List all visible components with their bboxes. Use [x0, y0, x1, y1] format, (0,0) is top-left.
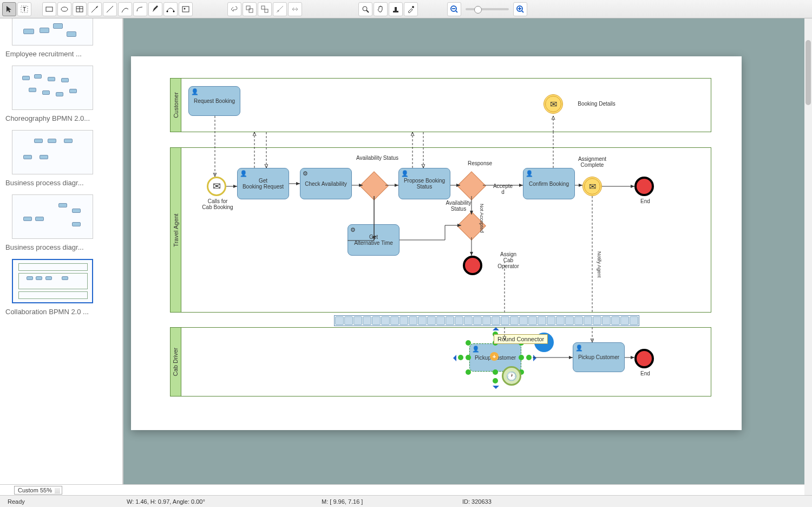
connect-handle[interactable]: [493, 378, 498, 384]
resize-handle[interactable]: [466, 355, 471, 360]
resize-handle[interactable]: [519, 355, 524, 360]
shape-option[interactable]: [400, 316, 408, 325]
connect-handle[interactable]: [526, 355, 532, 360]
task-confirm-booking[interactable]: 👤Confirm Booking: [523, 168, 575, 199]
shape-option[interactable]: [390, 316, 399, 325]
page-thumbnail-selected[interactable]: [12, 259, 93, 303]
resize-handle[interactable]: [493, 369, 498, 375]
shape-option[interactable]: [538, 316, 546, 325]
shape-option[interactable]: [574, 316, 583, 325]
ungroup-button[interactable]: [258, 2, 272, 16]
event-timer-boundary[interactable]: [502, 366, 521, 386]
tool-path[interactable]: [163, 2, 178, 16]
shape-option[interactable]: [353, 316, 362, 325]
event-assignment-complete[interactable]: [582, 177, 602, 196]
page-thumbnail[interactable]: [12, 194, 93, 239]
tool-select[interactable]: [2, 2, 16, 16]
shape-option[interactable]: [611, 316, 620, 325]
tool-text[interactable]: T: [17, 2, 31, 16]
zoom-slider[interactable]: [466, 8, 509, 10]
task-get-alternative[interactable]: ⚙Get Alternative Time: [348, 224, 400, 256]
shape-option[interactable]: [436, 316, 445, 325]
zoom-tool[interactable]: [358, 2, 372, 16]
svg-point-13: [184, 8, 186, 9]
shape-option[interactable]: [482, 316, 491, 325]
task-pickup-customer-2[interactable]: 👤Pickup Customer: [573, 342, 625, 372]
shape-option[interactable]: [565, 316, 574, 325]
shape-option[interactable]: [464, 316, 473, 325]
svg-rect-12: [182, 6, 189, 12]
shape-option[interactable]: [455, 316, 463, 325]
tool-line[interactable]: [103, 2, 117, 16]
rotate-handle[interactable]: +: [490, 352, 499, 361]
shape-option[interactable]: [602, 316, 611, 325]
svg-point-24: [412, 6, 414, 8]
shape-option[interactable]: [372, 316, 381, 325]
direction-handle[interactable]: [493, 386, 499, 392]
page-thumbnail[interactable]: [12, 130, 93, 174]
tool-rect[interactable]: [42, 2, 56, 16]
task-propose-booking[interactable]: 👤Propose Booking Status: [398, 168, 450, 199]
shape-option[interactable]: [528, 316, 537, 325]
event-booking-details[interactable]: [543, 94, 563, 114]
page-thumbnail[interactable]: [12, 18, 93, 46]
tool-table[interactable]: [73, 2, 87, 16]
tool-ellipse[interactable]: [57, 2, 71, 16]
vertical-scrollbar[interactable]: [804, 18, 812, 495]
shape-option[interactable]: [381, 316, 390, 325]
shape-option[interactable]: [363, 316, 371, 325]
task-check-availability[interactable]: ⚙Check Availability: [300, 168, 352, 199]
group-button[interactable]: [243, 2, 257, 16]
tool-curve[interactable]: [118, 2, 132, 16]
svg-rect-2: [46, 7, 53, 11]
shape-option[interactable]: [473, 316, 482, 325]
undo-button[interactable]: [227, 2, 241, 16]
event-calls-for-cab[interactable]: [207, 177, 226, 196]
zoom-out-button[interactable]: [447, 2, 461, 16]
shape-option[interactable]: [446, 316, 454, 325]
tool-connector[interactable]: [88, 2, 102, 16]
tool-arc[interactable]: [133, 2, 147, 16]
zoom-combo[interactable]: Custom 55%: [14, 486, 62, 495]
pan-tool[interactable]: [374, 2, 388, 16]
event-end-na[interactable]: [463, 256, 482, 275]
tool-image[interactable]: [179, 2, 193, 16]
task-request-booking[interactable]: 👤Request Booking: [188, 86, 240, 116]
resize-handle[interactable]: [466, 340, 471, 346]
shape-option[interactable]: [335, 316, 344, 325]
stamp-tool[interactable]: [389, 2, 403, 16]
shape-option[interactable]: [510, 316, 519, 325]
event-end-2[interactable]: [634, 349, 654, 368]
tool-pen[interactable]: [148, 2, 162, 16]
pool-cab-driver[interactable]: Cab Driver: [170, 327, 711, 396]
shape-option[interactable]: [556, 316, 565, 325]
resize-handle[interactable]: [466, 369, 471, 375]
shape-option[interactable]: [593, 316, 601, 325]
shape-option[interactable]: [427, 316, 436, 325]
canvas[interactable]: Customer 👤Request Booking Booking Detail…: [123, 18, 812, 484]
zoom-in-button[interactable]: [513, 2, 527, 16]
shape-option[interactable]: [501, 316, 509, 325]
eyedropper-tool[interactable]: [404, 2, 418, 16]
task-get-booking-request[interactable]: 👤Get Booking Request: [237, 168, 289, 199]
shape-option[interactable]: [620, 316, 629, 325]
shape-option[interactable]: [344, 316, 353, 325]
shape-option[interactable]: [630, 316, 638, 325]
user-icon: 👤: [472, 346, 480, 353]
shape-option[interactable]: [492, 316, 500, 325]
align-button[interactable]: [273, 2, 287, 16]
shape-option[interactable]: [418, 316, 427, 325]
distribute-button[interactable]: [288, 2, 302, 16]
connect-handle[interactable]: [458, 355, 463, 360]
page-thumbnail[interactable]: [12, 66, 93, 110]
shape-option[interactable]: [584, 316, 592, 325]
event-end-1[interactable]: [634, 177, 654, 196]
shape-option[interactable]: [519, 316, 528, 325]
thumbnail-label: Choreography BPMN 2.0...: [5, 114, 122, 122]
shape-option[interactable]: [409, 316, 417, 325]
rapid-draw-palette[interactable]: [334, 315, 639, 326]
direction-handle[interactable]: [533, 355, 540, 361]
shape-option[interactable]: [547, 316, 555, 325]
pool-customer[interactable]: Customer: [170, 78, 711, 132]
direction-handle[interactable]: [450, 355, 456, 361]
